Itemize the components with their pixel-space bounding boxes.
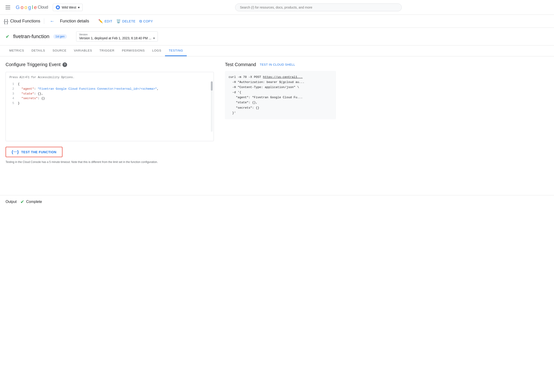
tab-permissions[interactable]: PERMISSIONS	[118, 46, 149, 56]
test-btn-wrap: {···} TEST THE FUNCTION Testing in the C…	[6, 147, 214, 164]
scrollbar-track	[211, 81, 213, 132]
code-line-5: }	[18, 101, 210, 106]
action-buttons: ✏️ EDIT 🗑️ DELETE ⧉ COPY	[98, 19, 153, 23]
code-lines: 1 2 3 4 5 { "agent": "Fivetran Google Cl…	[9, 82, 210, 106]
function-header: ✔ fivetran-function 1st gen Version Vers…	[0, 28, 554, 46]
copy-button[interactable]: ⧉ COPY	[139, 19, 153, 23]
status-icon: ✔	[6, 34, 9, 39]
cmd-line-6: "state": {},	[229, 100, 332, 105]
cmd-line-8: }'	[229, 111, 332, 116]
test-command-title: Test Command	[225, 62, 256, 67]
line-num-2: 2	[9, 87, 14, 91]
cmd-url: https://us-central1...	[263, 75, 303, 79]
tab-testing[interactable]: TESTING	[165, 46, 187, 56]
test-note: Testing in the Cloud Console has a 5 min…	[6, 160, 167, 164]
project-chevron-icon: ▾	[78, 6, 79, 9]
cmd-line-3: -H "Content-Type: application/json" \	[229, 85, 332, 90]
code-line-4: "secrets": {}	[18, 96, 210, 101]
project-name: Wild West	[62, 6, 76, 9]
tab-details[interactable]: DETAILS	[28, 46, 49, 56]
delete-button[interactable]: 🗑️ DELETE	[116, 19, 136, 23]
version-value: Version 1, deployed at Feb 1, 2023, 6:18…	[79, 36, 155, 40]
test-function-icon: {···}	[12, 150, 19, 154]
project-dot-icon	[56, 5, 60, 9]
editor-hint: Press Alt+F1 for Accessibility Options.	[9, 76, 210, 79]
cmd-line-7: "secrets": {}	[229, 105, 332, 111]
page-title: Function details	[60, 19, 89, 24]
line-numbers: 1 2 3 4 5	[9, 82, 14, 106]
project-selector[interactable]: Wild West ▾	[53, 4, 83, 11]
edit-button[interactable]: ✏️ EDIT	[98, 19, 112, 23]
code-line-2: "agent": "Fivetran Google Cloud Function…	[18, 87, 210, 91]
test-function-button[interactable]: {···} TEST THE FUNCTION	[6, 147, 63, 157]
service-name: Cloud Functions	[10, 19, 40, 24]
copy-icon: ⧉	[139, 19, 142, 23]
google-logo: Google Cloud	[16, 4, 48, 10]
cmd-line-2: -H "Authorization: bearer $(gcloud au...	[229, 80, 332, 85]
tab-source[interactable]: SOURCE	[49, 46, 70, 56]
code-content: { "agent": "Fivetran Google Cloud Functi…	[18, 82, 210, 106]
code-line-3: "state": {},	[18, 91, 210, 96]
configure-title: Configure Triggering Event ?	[6, 62, 214, 67]
main-content: Configure Triggering Event ? Press Alt+F…	[0, 56, 554, 195]
output-section: Output ✔ Complete	[0, 195, 554, 208]
line-num-5: 5	[9, 101, 14, 106]
help-icon[interactable]: ?	[63, 63, 67, 67]
complete-badge: ✔ Complete	[20, 199, 42, 204]
hamburger-menu[interactable]	[4, 4, 12, 11]
complete-text: Complete	[26, 200, 42, 204]
tab-variables[interactable]: VARIABLES	[70, 46, 96, 56]
tab-logs[interactable]: LOGS	[149, 46, 165, 56]
delete-icon: 🗑️	[116, 19, 121, 23]
code-line-1: {	[18, 82, 210, 87]
breadcrumb-logo: {···} Cloud Functions	[4, 18, 40, 25]
left-panel: Configure Triggering Event ? Press Alt+F…	[6, 62, 214, 189]
cmd-line-1: curl -m 70 -X POST https://us-central1..…	[229, 75, 332, 80]
output-label: Output	[6, 200, 17, 204]
back-button[interactable]: ←	[50, 19, 54, 24]
complete-icon: ✔	[20, 199, 24, 204]
version-label: Version	[79, 33, 155, 36]
search-input[interactable]	[235, 3, 402, 11]
top-nav: Google Cloud Wild West ▾	[0, 0, 554, 15]
cmd-line-5: "agent": "Fivetran Google Cloud Fu...	[229, 95, 332, 100]
edit-icon: ✏️	[98, 19, 103, 23]
cmd-line-4: -d '{	[229, 90, 332, 95]
code-editor[interactable]: Press Alt+F1 for Accessibility Options. …	[6, 72, 214, 141]
secondary-nav: {···} Cloud Functions ← Function details…	[0, 15, 554, 28]
tab-metrics[interactable]: METRICS	[6, 46, 28, 56]
tabs-bar: METRICS DETAILS SOURCE VARIABLES TRIGGER…	[0, 46, 554, 56]
line-num-3: 3	[9, 91, 14, 96]
gen-badge: 1st gen	[53, 34, 67, 39]
nav-divider	[44, 19, 44, 24]
version-chevron-icon: ▾	[153, 36, 155, 40]
logo-bracket-icon: {···}	[4, 18, 8, 25]
cloud-shell-link[interactable]: TEST IN CLOUD SHELL	[260, 63, 295, 66]
tab-trigger[interactable]: TRIGGER	[96, 46, 118, 56]
test-command-header: Test Command TEST IN CLOUD SHELL	[225, 62, 336, 67]
line-num-1: 1	[9, 82, 14, 87]
right-panel: Test Command TEST IN CLOUD SHELL curl -m…	[225, 62, 336, 189]
version-selector[interactable]: Version Version 1, deployed at Feb 1, 20…	[76, 31, 158, 42]
scrollbar-thumb[interactable]	[211, 81, 213, 91]
function-name: fivetran-function	[13, 34, 50, 40]
line-num-4: 4	[9, 96, 14, 101]
command-block: curl -m 70 -X POST https://us-central1..…	[225, 71, 336, 119]
